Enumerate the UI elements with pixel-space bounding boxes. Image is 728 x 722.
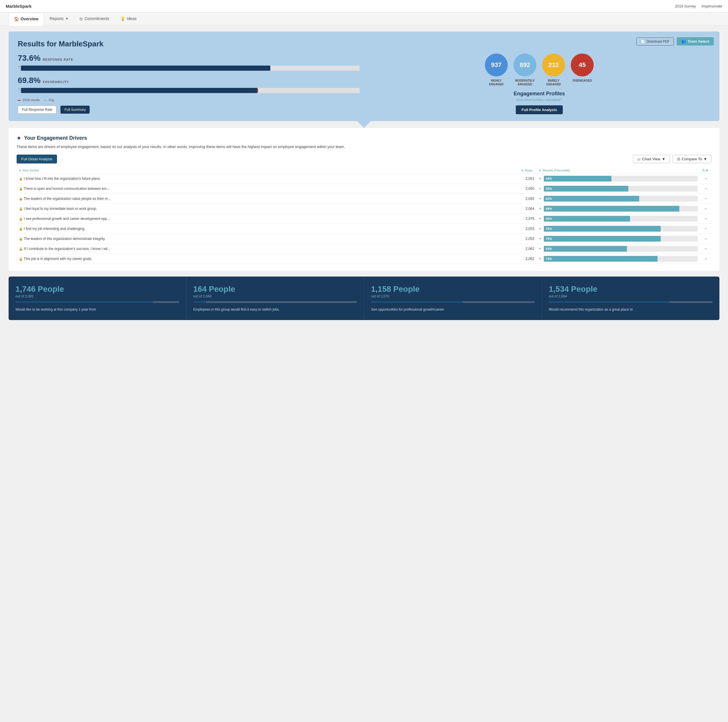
row-icon: 🔒 — [19, 187, 23, 190]
hero-section: 📄 Download PDF 👥 Team Select Results for… — [9, 32, 719, 121]
row-action[interactable]: − — [700, 214, 711, 224]
table-row: 🔒 The leaders of the organization value … — [17, 194, 711, 203]
full-detail-analysis-button[interactable]: Full Detail Analysis — [17, 154, 57, 163]
moderately-engaged-circle: 892 — [514, 53, 537, 76]
compare-icon: ⚖ — [677, 157, 681, 161]
row-results: ★ 56% — [537, 214, 700, 224]
row-results: ★ 62% — [537, 194, 700, 203]
col-item: ⇅ Item Sorted — [17, 168, 456, 174]
table-row: 🔒 There is open and honest communication… — [17, 183, 711, 194]
bar-fill: 62% — [544, 196, 639, 201]
row-action[interactable]: − — [700, 224, 711, 234]
favorability-label: FAVORABILITY — [43, 80, 69, 84]
row-action[interactable]: − — [700, 203, 711, 214]
col-action-icons: ⇅ ⊞ — [702, 169, 708, 172]
team-select-button[interactable]: 👥 Team Select — [677, 37, 714, 46]
row-icon: 🔒 — [19, 227, 23, 230]
hero-actions: 📄 Download PDF 👥 Team Select — [636, 37, 714, 46]
star-rating-icon: ★ — [539, 207, 541, 211]
highly-engaged-count: 937 — [491, 61, 502, 69]
bottom-stat-bar-fill — [193, 301, 206, 303]
bar-pct-label: 88% — [546, 207, 552, 211]
tab-reports[interactable]: Reports ▼ — [44, 12, 73, 26]
bar-fill: 76% — [544, 236, 661, 242]
compare-to-button[interactable]: ⚖ Compare To ▼ — [673, 155, 711, 163]
row-resp: 2,064 — [456, 203, 537, 214]
row-resp: 2,050 — [456, 183, 537, 194]
drivers-header: ★ Your Engagement Drivers — [17, 135, 711, 141]
bar-track: 74% — [544, 256, 697, 262]
bar-fill: 55% — [544, 186, 629, 192]
sort-icon-item[interactable]: ⇅ — [19, 169, 21, 172]
row-resp: 2,062 — [456, 253, 537, 264]
sort-icon-results[interactable]: ⇅ — [539, 169, 541, 172]
row-item-text: 🔒 There is open and honest communication… — [17, 183, 456, 194]
full-response-rate-button[interactable]: Full Response Rate — [18, 105, 57, 114]
row-resp: 2,062 — [456, 244, 537, 253]
tab-reports-label: Reports — [49, 16, 64, 21]
row-item-text: 🔒 I know how I fit into the organization… — [17, 174, 456, 183]
bar-fill: 76% — [544, 226, 661, 232]
ideas-icon: 💡 — [120, 16, 125, 21]
col-resp: ⇅ Resp. — [456, 168, 537, 174]
row-action[interactable]: − — [700, 183, 711, 194]
table-row: 🔒 I see professional growth and career d… — [17, 214, 711, 224]
bottom-stat-3: 1,534 People out of 2,064 Would recommen… — [542, 276, 719, 320]
help-icon-response[interactable]: ? — [18, 65, 20, 70]
sort-icon-resp[interactable]: ⇅ — [521, 169, 523, 172]
row-action[interactable]: − — [700, 253, 711, 264]
table-row: 🔒 This job is in alignment with my caree… — [17, 253, 711, 264]
bottom-stat-bar — [549, 301, 713, 303]
compare-dropdown-icon: ▼ — [704, 157, 707, 161]
bottom-stat-desc: Would recommend this organization as a g… — [549, 307, 713, 312]
chart-view-button[interactable]: ⚏ Chart View ▼ — [633, 155, 670, 163]
bottom-stat-num: 164 People — [193, 285, 357, 294]
row-action[interactable]: − — [700, 234, 711, 244]
star-rating-icon: ★ — [539, 247, 541, 250]
tab-commitments[interactable]: ◎ Commitments — [74, 12, 114, 26]
help-icon-favorability[interactable]: ? — [18, 88, 20, 92]
eng-moderately-engaged: 892 MODERATELYENGAGED — [514, 53, 537, 86]
row-resp: 2,052 — [456, 234, 537, 244]
table-row: 🔒 I feel loyal to my immediate team or w… — [17, 203, 711, 214]
bottom-stat-bar-fill — [549, 301, 670, 303]
hero-arrow — [9, 121, 719, 128]
bar-track: 54% — [544, 246, 697, 252]
drivers-section: ★ Your Engagement Drivers These items ar… — [9, 128, 719, 271]
row-results: ★ 44% — [537, 174, 700, 183]
row-action[interactable]: − — [700, 194, 711, 203]
barely-engaged-circle: 212 — [542, 53, 565, 76]
profiles-calculated-link[interactable]: How were profiles calculated? — [516, 98, 562, 102]
download-pdf-button[interactable]: 📄 Download PDF — [636, 38, 674, 46]
survey-link[interactable]: 2019 Survey — [675, 4, 696, 8]
bar-pct-label: 55% — [546, 187, 552, 190]
tab-overview[interactable]: 🏠 Overview — [9, 12, 44, 26]
row-item-text: 🔒 I feel loyal to my immediate team or w… — [17, 203, 456, 214]
bar-fill: 44% — [544, 176, 612, 182]
barely-engaged-label: BARELYENGAGED — [546, 79, 561, 86]
chart-view-dropdown-icon: ▼ — [662, 157, 665, 161]
row-icon: 🔒 — [19, 197, 23, 200]
row-item-text: 🔒 This job is in alignment with my caree… — [17, 253, 456, 264]
bar-pct-label: 62% — [546, 197, 552, 200]
bottom-stat-desc: Would like to be working at this company… — [15, 307, 179, 312]
bar-track: 55% — [544, 186, 697, 192]
row-item-text: 🔒 I see professional growth and career d… — [17, 214, 456, 224]
hero-body: 73.6% RESPONSE RATE ? 69.8% FAVORABILIT — [18, 53, 710, 114]
row-action[interactable]: − — [700, 244, 711, 253]
row-resp: 2,076 — [456, 214, 537, 224]
row-action[interactable]: − — [700, 174, 711, 183]
tab-ideas[interactable]: 💡 Ideas — [115, 12, 142, 26]
bar-fill: 74% — [544, 256, 658, 262]
bottom-stat-bar-fill — [15, 301, 153, 303]
impersonate-link[interactable]: Impersonate — [702, 4, 722, 8]
full-summary-button[interactable]: Full Summary — [60, 105, 90, 114]
row-item-text: 🔒 I find my job interesting and challeng… — [17, 224, 456, 234]
full-profile-analysis-button[interactable]: Full Profile Analysis — [516, 105, 563, 114]
star-rating-icon: ★ — [539, 177, 541, 180]
bottom-stat-desc: See opportunities for professional growt… — [371, 307, 535, 312]
top-bar-actions: 2019 Survey Impersonate — [675, 4, 722, 8]
response-rate-bar — [21, 66, 360, 71]
row-results: ★ 76% — [537, 224, 700, 234]
favorability-block: 69.8% FAVORABILITY ? — [18, 76, 360, 93]
